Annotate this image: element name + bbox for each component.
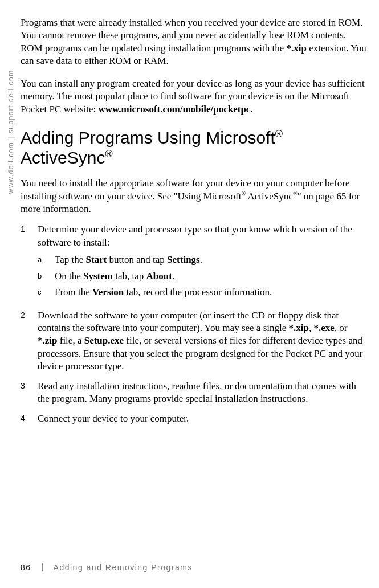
reg-mark: ® [105,148,112,160]
step-3: 3 Read any installation instructions, re… [21,380,369,406]
step-number: 2 [21,309,38,373]
text: Determine your device and processor type… [38,224,352,247]
text: button and tap [107,254,167,265]
text: Read any installation instructions, read… [38,381,356,404]
text: From the [55,287,92,297]
step-number: 3 [21,380,38,406]
step-4: 4 Connect your device to your computer. [21,413,369,425]
text: , or [335,322,348,333]
substep-a: a Tap the Start button and tap Settings. [38,254,369,266]
step-body: Read any installation instructions, read… [38,380,369,406]
ext-zip: *.zip [38,335,57,346]
substep-letter: b [38,270,55,283]
text: tab, tap [113,271,146,281]
para-install: You can install any program created for … [21,77,369,116]
substep-b: b On the System tab, tap About. [38,270,369,283]
text: Tap the [55,254,86,265]
ext-xip: *.xip [286,43,306,54]
substeps-list: a Tap the Start button and tap Settings.… [38,254,369,299]
section-title: Adding and Removing Programs [54,563,193,572]
reg-mark: ® [293,190,298,197]
ui-settings: Settings [167,254,200,265]
step-1: 1 Determine your device and processor ty… [21,223,369,302]
page-content: Programs that were already installed whe… [21,7,369,432]
reg-mark: ® [275,128,283,140]
step-body: Determine your device and processor type… [38,223,369,302]
file-setup-exe: Setup.exe [84,335,124,346]
ui-version: Version [92,287,124,297]
page-footer: 86 Adding and Removing Programs [21,563,193,572]
para-rom: Programs that were already installed whe… [21,17,369,68]
substep-letter: a [38,254,55,266]
sidebar-url-text: www.dell.com | support.dell.com [7,11,17,194]
para-intro: You need to install the appropriate soft… [21,177,369,215]
text: file, a [57,335,84,346]
substep-body: On the System tab, tap About. [55,270,174,283]
text: tab, record the processor information. [124,287,272,297]
ui-about: About [146,271,172,281]
step-body: Download the software to your computer (… [38,309,369,373]
substep-body: Tap the Start button and tap Settings. [55,254,202,266]
url-pocketpc: www.microsoft.com/mobile/pocketpc [98,104,250,115]
text: . [172,271,174,281]
substep-c: c From the Version tab, record the proce… [38,286,369,299]
text: . [200,254,202,265]
page-number: 86 [21,563,31,572]
text: . [250,104,252,115]
ext-exe: *.exe [313,322,334,333]
heading-part2: ActiveSync [21,148,105,167]
ui-start: Start [86,254,107,265]
ui-system: System [83,271,113,281]
text: Connect your device to your computer. [38,413,189,424]
ext-xip: *.xip [289,322,309,333]
text: ActiveSync [246,191,293,202]
step-body: Connect your device to your computer. [38,413,189,425]
footer-divider [42,564,43,571]
substep-letter: c [38,286,55,299]
step-number: 1 [21,223,38,302]
heading-activesync: Adding Programs Using Microsoft® ActiveS… [21,128,369,168]
step-number: 4 [21,413,38,425]
heading-part1: Adding Programs Using Microsoft [21,128,275,147]
substep-body: From the Version tab, record the process… [55,286,272,299]
text: On the [55,271,83,281]
step-2: 2 Download the software to your computer… [21,309,369,373]
steps-list: 1 Determine your device and processor ty… [21,223,369,425]
